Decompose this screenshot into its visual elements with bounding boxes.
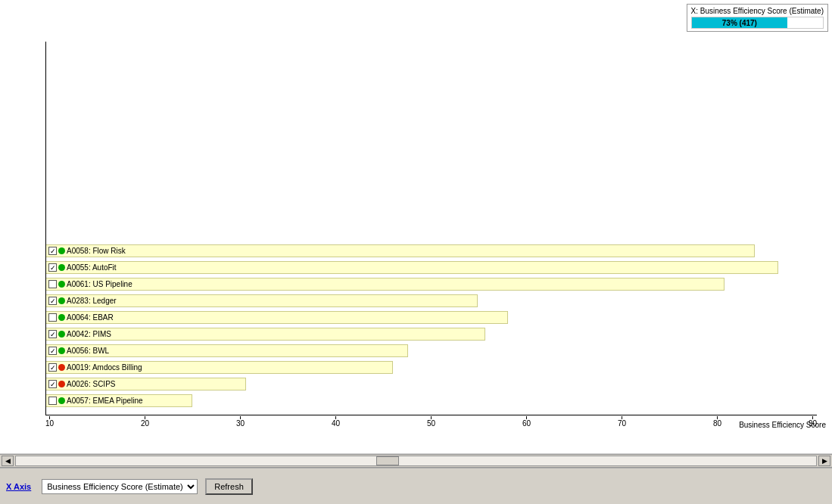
x-axis-tick: 50 [427,416,435,428]
status-indicator [58,281,65,288]
x-axis-control-label: X Axis [6,482,31,491]
bar-label-area: ✓A0055: AutoFit [48,262,117,273]
bar-fill: ✓A0056: BWL [45,344,408,357]
bar-row: ✓A0283: Ledger [45,294,817,308]
bar-label-area: ✓A0283: Ledger [48,295,117,306]
bar-row: ✓A0026: SCIPS [45,377,817,391]
bar-label-text: A0057: EMEA Pipeline [67,397,143,405]
bar-row: ✓A0058: Flow Risk [45,244,817,258]
bar-fill: ✓A0058: Flow Risk [45,244,755,257]
x-axis-tick: 30 [236,416,245,428]
bar-fill: ✓A0283: Ledger [45,294,478,307]
status-indicator [58,364,65,371]
bar-fill: ✓A0019: Amdocs Billing [45,361,393,374]
bar-checkbox[interactable] [48,397,57,405]
bar-label-area: A0057: EMEA Pipeline [48,395,143,406]
status-indicator [58,347,65,354]
main-container: X: Business Efficiency Score (Estimate) … [0,0,832,504]
bar-checkbox[interactable]: ✓ [48,363,57,372]
refresh-button[interactable]: Refresh [205,478,253,495]
bar-label-text: A0055: AutoFit [67,263,117,272]
x-axis-score-label: Business Efficiency Score [739,421,826,429]
x-axis-tick: 20 [141,416,149,428]
bars-rendered: ✓A0058: Flow Risk✓A0055: AutoFitA0061: U… [45,42,817,408]
bar-label-text: A0283: Ledger [67,297,117,305]
status-indicator [58,314,65,321]
bar-checkbox[interactable]: ✓ [48,297,57,305]
bar-row: ✓A0056: BWL [45,344,817,358]
x-axis-dropdown[interactable]: Business Efficiency Score (Estimate)Cost… [42,479,198,494]
scroll-track [15,456,817,466]
bar-label-area: ✓A0056: BWL [48,345,109,356]
bar-checkbox[interactable]: ✓ [48,380,57,388]
bar-row: ✓A0042: PIMS [45,327,817,341]
scrollbar-area: ◀ ▶ [0,454,832,468]
status-indicator [58,381,65,387]
status-indicator [58,331,65,338]
x-axis-tick: 80 [713,416,721,428]
bar-fill: ✓A0026: SCIPS [45,378,246,390]
bar-row: A0061: US Pipeline [45,277,817,291]
bar-checkbox[interactable] [48,313,57,322]
bar-fill: A0064: EBAR [45,311,508,324]
x-axis-ticks: 102030405060708090 [45,416,817,428]
bottom-controls: X Axis Business Efficiency Score (Estima… [0,468,832,504]
bar-label-text: A0061: US Pipeline [67,280,132,288]
chart-area: X: Business Efficiency Score (Estimate) … [0,0,832,454]
bar-row: A0057: EMEA Pipeline [45,394,817,408]
x-axis-tick: 60 [522,416,531,428]
bar-checkbox[interactable]: ✓ [48,330,57,338]
bar-label-area: ✓A0042: PIMS [48,328,111,340]
bar-label-area: ✓A0058: Flow Risk [48,245,126,257]
bar-checkbox[interactable]: ✓ [48,347,57,355]
scroll-thumb[interactable] [376,456,399,465]
bar-fill: A0057: EMEA Pipeline [45,394,192,407]
bar-label-area: ✓A0026: SCIPS [48,378,115,390]
x-axis-tick: 10 [45,416,54,428]
bar-label-area: A0064: EBAR [48,312,114,323]
y-axis-line [45,42,46,415]
chart-plot: ✓A0058: Flow Risk✓A0055: AutoFitA0061: U… [0,0,832,431]
bar-label-area: ✓A0019: Amdocs Billing [48,362,142,373]
bar-row: ✓A0055: AutoFit [45,260,817,275]
status-indicator [58,264,65,271]
scroll-left-button[interactable]: ◀ [2,456,14,466]
bar-row: ✓A0019: Amdocs Billing [45,360,817,375]
status-indicator [58,397,65,404]
bar-checkbox[interactable]: ✓ [48,263,57,272]
bar-row: A0064: EBAR [45,310,817,325]
bar-checkbox[interactable] [48,280,57,288]
bar-fill: ✓A0042: PIMS [45,328,485,341]
bar-label-text: A0058: Flow Risk [67,247,126,255]
bar-label-text: A0064: EBAR [67,313,114,322]
x-axis-line [45,415,817,415]
scroll-right-button[interactable]: ▶ [818,456,830,466]
bar-label-text: A0019: Amdocs Billing [67,363,142,372]
bar-fill: ✓A0055: AutoFit [45,261,778,274]
status-indicator [58,297,65,304]
bar-fill: A0061: US Pipeline [45,278,724,291]
bar-checkbox[interactable]: ✓ [48,247,57,255]
bar-label-text: A0056: BWL [67,347,109,355]
bar-label-area: A0061: US Pipeline [48,278,132,290]
status-indicator [58,247,65,254]
x-axis-tick: 70 [618,416,626,428]
bar-label-text: A0042: PIMS [67,330,111,338]
bar-label-text: A0026: SCIPS [67,380,115,388]
x-axis-tick: 40 [332,416,340,428]
